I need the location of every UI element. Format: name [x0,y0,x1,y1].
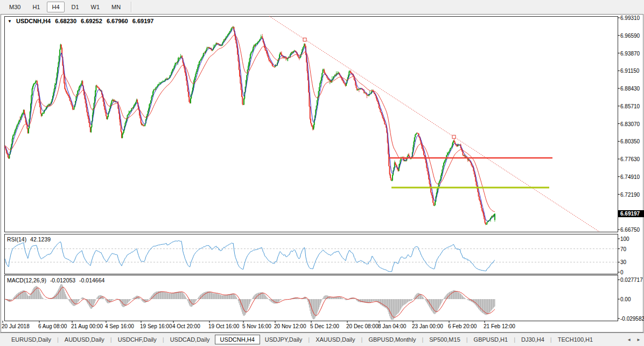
timeframe-button-h4[interactable]: H4 [47,2,64,12]
chart-title: ▼ USDCNH,H4 6.68230 6.69252 6.67960 6.69… [8,18,156,24]
mt4-workspace: M30H1H4D1W1MN ▼ USDCNH,H4 6.68230 6.6925… [0,0,644,346]
chart-tab-audusd[interactable]: AUDUSD,Daily [60,335,109,344]
current-price-badge: 6.69197 [618,210,644,217]
price-axis-label: 6.66750 [620,227,640,233]
timeframe-toolbar: M30H1H4D1W1MN [0,0,644,14]
ohlc-high: 6.69252 [81,18,102,24]
rsi-name: RSI(14) [7,236,26,243]
price-axis-label: 6.80350 [620,139,640,144]
time-axis-label: 21 Aug 00:00 [71,323,103,329]
time-axis-label: 8 Jan 04:00 [378,323,406,329]
tab-scroll-right-icon[interactable]: ► [636,337,641,342]
macd-name: MACD(12,26,9) [7,277,46,283]
rsi-label: RSI(14) 42.1239 [7,236,53,243]
macd-scale-label: 0.027717 [620,277,643,283]
price-axis-label: 6.72190 [620,192,640,198]
price-axis-label: 6.96590 [620,33,640,39]
tab-separator: | [421,336,424,343]
timeframe-button-m30[interactable]: M30 [4,2,25,12]
symbol-dropdown-icon[interactable]: ▼ [8,19,12,24]
price-axis-label: 6.99310 [620,15,640,21]
price-axis-label: 6.77630 [620,156,640,162]
rsi-scale-label: 0 [620,269,624,275]
chart-tab-bar: EURUSD,Daily|AUDUSD,Daily|USDCHF,Daily|U… [0,333,644,346]
ohlc-close: 6.69197 [132,18,154,24]
time-axis-label: 6 Aug 08:00 [38,323,67,329]
time-axis-label: 5 Dec 12:00 [310,323,339,329]
price-axis-label: 6.85710 [620,103,640,109]
timeframe-button-h1[interactable]: H1 [27,2,45,12]
rsi-scale-label: 70 [620,246,626,252]
timeframe-button-mn[interactable]: MN [107,2,125,12]
time-axis-label: 5 Nov 16:00 [242,323,271,329]
timeframe-button-d1[interactable]: D1 [67,2,84,12]
chart-tab-xauusd[interactable]: XAUUSD,Daily [311,335,360,344]
chart-tab-usdcnh[interactable]: USDCNH,H4 [215,335,260,344]
tab-separator: | [56,336,60,343]
chart-tab-usdjpy[interactable]: USDJPY,Daily [260,335,307,344]
macd-label: MACD(12,26,9) -0.012053 -0.014664 [7,277,107,283]
tab-scroll-arrows: ◄ ► [627,337,644,342]
rsi-scale-label: 30 [620,259,626,265]
time-axis-label: 20 Dec 08:00 [346,323,379,329]
chart-tab-tech100[interactable]: TECH100,H1 [553,335,598,344]
rsi-value: 42.1239 [30,236,51,243]
time-axis-label: 4 Sep 16:00 [105,323,134,329]
timeframe-button-w1[interactable]: W1 [86,2,105,12]
price-axis-label: 6.88430 [620,86,640,92]
chart-tab-usdchf[interactable]: USDCHF,Daily [113,335,162,344]
chart-window [1,14,643,333]
rsi-scale-label: 100 [620,236,629,242]
ohlc-open: 6.68230 [55,18,76,24]
chart-tab-sp500[interactable]: SP500,M15 [424,335,465,344]
chart-tab-gbpusd[interactable]: GBPUSD,H1 [469,335,513,344]
tab-separator: | [465,336,469,343]
toolbar-separator [131,2,132,12]
tab-separator: | [307,336,311,343]
tab-separator: | [513,336,516,343]
time-axis-label: 23 Jan 00:00 [412,323,443,329]
price-axis-label: 6.93870 [620,51,640,57]
time-axis-label: 20 Nov 12:00 [274,323,306,329]
chart-tab-gbpusd[interactable]: GBPUSD,Monthly [363,335,421,344]
tab-scroll-left-icon[interactable]: ◄ [627,337,631,342]
price-axis-label: 6.91150 [620,68,639,74]
chart-tab-usdcad[interactable]: USDCAD,Daily [165,335,215,344]
chart-tab-dj30[interactable]: DJ30,H4 [516,335,549,344]
time-axis-label: 20 Jul 2018 [2,323,30,329]
price-axis-label: 6.74910 [620,174,640,180]
tabs-holder: EURUSD,Daily|AUDUSD,Daily|USDCHF,Daily|U… [6,335,598,344]
macd-value-main: -0.012053 [50,277,75,283]
macd-scale-label: -0.029582 [620,316,644,322]
time-axis-label: 19 Oct 16:00 [208,323,239,329]
tab-separator: | [360,336,364,343]
time-axis-label: 19 Sep 16:00 [140,323,172,329]
chart-tab-eurusd[interactable]: EURUSD,Daily [6,335,56,344]
tab-separator: | [549,336,553,343]
price-axis-label: 6.83070 [620,121,640,127]
macd-scale-label: 0.00 [620,296,631,302]
time-axis-label: 21 Feb 12:00 [484,323,515,329]
time-axis-label: 6 Feb 20:00 [448,323,477,329]
macd-value-signal: -0.014664 [79,277,104,283]
ohlc-low: 6.67960 [107,18,128,24]
time-axis-label: 4 Oct 20:00 [172,323,200,329]
tab-separator: | [162,336,165,343]
symbol-label: USDCNH,H4 [16,18,51,24]
tab-separator: | [109,336,113,343]
